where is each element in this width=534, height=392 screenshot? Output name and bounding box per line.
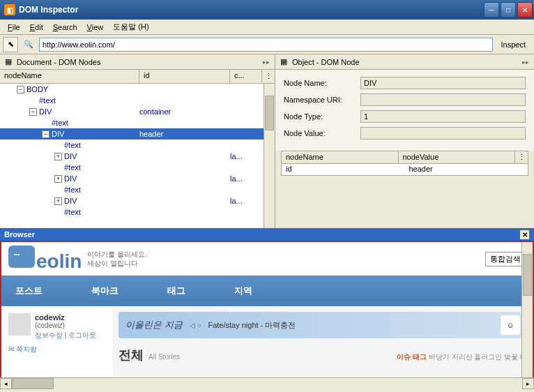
tree-row[interactable]: #text [0, 117, 275, 128]
browser-close-button[interactable]: ✕ [519, 229, 530, 240]
site-logo[interactable]: eolin [8, 246, 82, 273]
tree-node-name: BODY [26, 85, 48, 93]
browser-scrollbar-v[interactable] [521, 242, 533, 377]
menu-help[interactable]: 도움말 (H) [108, 20, 153, 33]
menu-file[interactable]: File [3, 22, 25, 33]
tree-row[interactable]: −DIVcontainer [0, 106, 275, 117]
logo-icon [8, 246, 35, 268]
tree-row[interactable]: #text [0, 184, 275, 195]
tree-node-name: DIV [52, 130, 64, 138]
tree-node-class: la... [230, 197, 263, 205]
pointer-tool-icon[interactable]: ⬉ [3, 37, 18, 52]
dom-tree[interactable]: −BODY#text−DIVcontainer#text−DIVheader#t… [0, 84, 275, 228]
logo-text: eolin [36, 250, 82, 273]
pane-nav-icon[interactable]: ▸▸ [520, 59, 531, 66]
tree-expander-icon[interactable]: + [54, 197, 62, 205]
tree-row[interactable]: +DIVla... [0, 151, 275, 162]
banner-thumb-icon[interactable]: ☺ [501, 315, 520, 335]
col-nodename[interactable]: nodeName [0, 70, 139, 83]
column-picker-icon[interactable]: ⋮ [515, 151, 528, 163]
attr-value: header [405, 164, 528, 175]
menu-search[interactable]: Search [48, 22, 82, 33]
site-sidebar: codewiz (codewiz) 정보수정 | 로그아웃 ✉ 쪽지함 [1, 306, 113, 377]
app-icon: ◧ [4, 4, 15, 15]
menu-view[interactable]: View [82, 22, 109, 33]
nav-tag[interactable]: 태그 [160, 285, 192, 297]
banner-label: 이올린은 지금 [125, 319, 183, 331]
site-main: 이올린은 지금 ◁ ○ Fate/stay night - 마력충전 ☺ 전체 … [113, 306, 533, 377]
banner-nav-icon[interactable]: ◁ ○ [190, 322, 201, 329]
attr-name: id [282, 164, 405, 175]
issue-tags[interactable]: 이슈 태그 바당가 지리산 플러그인 벚꽃 태 [397, 352, 527, 362]
tree-node-name: DIV [64, 152, 77, 160]
tree-node-name: #text [64, 163, 81, 172]
tree-row[interactable]: −DIVheader [0, 128, 275, 140]
node-properties: Node Name:DIV Namespace URI: Node Type:1… [275, 70, 534, 151]
prop-label-nodename: Node Name: [284, 79, 360, 87]
tree-row[interactable]: #text [0, 162, 275, 173]
tree-expander-icon[interactable]: − [42, 130, 49, 138]
tree-node-class: la... [230, 152, 263, 160]
toolbar: ⬉ 🔍 Inspect [0, 35, 534, 54]
section-title: 전체 [119, 348, 144, 362]
column-picker-icon[interactable]: ⋮ [262, 70, 275, 83]
find-icon[interactable]: 🔍 [21, 37, 36, 52]
object-icon[interactable]: ▦ [278, 56, 289, 68]
tree-node-name: DIV [39, 107, 52, 116]
nav-post[interactable]: 포스트 [8, 285, 49, 297]
tree-expander-icon[interactable]: − [17, 86, 24, 93]
tree-expander-icon[interactable]: + [54, 153, 62, 160]
tree-scrollbar[interactable] [264, 84, 275, 228]
menubar: File Edit Search View 도움말 (H) [0, 20, 534, 35]
nav-bookmark[interactable]: 북마크 [84, 285, 125, 297]
tree-row[interactable]: +DIVla... [0, 173, 275, 184]
avatar[interactable] [8, 313, 31, 336]
scroll-right-icon[interactable]: ▸ [522, 378, 534, 389]
tree-expander-icon[interactable]: − [29, 108, 37, 116]
close-button[interactable]: ✕ [517, 2, 533, 17]
site-tagline: 이야기를 올리세요. 세상이 열립니다 [87, 250, 147, 268]
username[interactable]: codewiz [35, 313, 96, 322]
attr-col-name[interactable]: nodeName [282, 151, 399, 163]
browser-pane-header: Browser ✕ [0, 228, 534, 241]
message-link[interactable]: ✉ 쪽지함 [8, 345, 106, 354]
tree-expander-icon[interactable]: + [54, 175, 62, 183]
tree-node-name: #text [52, 119, 68, 127]
tree-row[interactable]: +DIVla... [0, 195, 275, 206]
col-id[interactable]: id [139, 70, 230, 83]
tree-column-header: nodeName id c... ⋮ [0, 70, 275, 84]
site-nav: 포스트 북마크 태그 지역 [1, 276, 533, 306]
tree-node-id: header [139, 130, 230, 138]
user-links[interactable]: 정보수정 | 로그아웃 [35, 331, 96, 340]
scroll-left-icon[interactable]: ◂ [0, 378, 12, 389]
maximize-button[interactable]: □ [501, 2, 516, 17]
unified-search-button[interactable]: 통합검색 [485, 252, 526, 266]
menu-edit[interactable]: Edit [25, 22, 48, 33]
tree-icon[interactable]: ▦ [3, 56, 14, 68]
banner-text[interactable]: Fate/stay night - 마력충전 [208, 320, 296, 331]
prop-value-nsuri[interactable] [360, 93, 526, 106]
titlebar: ◧ DOM Inspector ─ □ ✕ [0, 0, 534, 20]
col-class[interactable]: c... [230, 70, 262, 83]
browser-scrollbar-h[interactable]: ◂ ▸ [0, 377, 534, 389]
minimize-button[interactable]: ─ [484, 2, 499, 17]
tree-row[interactable]: −BODY [0, 84, 275, 95]
prop-value-nodetype[interactable]: 1 [360, 110, 526, 123]
nav-region[interactable]: 지역 [227, 285, 259, 297]
attributes-table: nodeName nodeValue ⋮ idheader [281, 151, 528, 176]
pane-nav-icon[interactable]: ▸▸ [261, 59, 272, 66]
tree-node-name: DIV [64, 197, 77, 205]
document-pane: ▦ Document - DOM Nodes ▸▸ nodeName id c.… [0, 54, 275, 228]
tree-row[interactable]: #text [0, 95, 275, 106]
tree-row[interactable]: #text [0, 206, 275, 218]
user-handle: (codewiz) [35, 322, 96, 329]
prop-value-nodevalue[interactable] [360, 127, 526, 140]
left-pane-title: Document - DOM Nodes [17, 58, 261, 66]
inspect-button[interactable]: Inspect [496, 39, 531, 50]
attr-col-value[interactable]: nodeValue [399, 151, 516, 163]
url-input[interactable] [39, 38, 493, 52]
tree-row[interactable]: #text [0, 140, 275, 151]
attr-row[interactable]: idheader [282, 164, 528, 175]
prop-value-nodename[interactable]: DIV [360, 77, 526, 89]
right-pane-title: Object - DOM Node [292, 58, 520, 66]
